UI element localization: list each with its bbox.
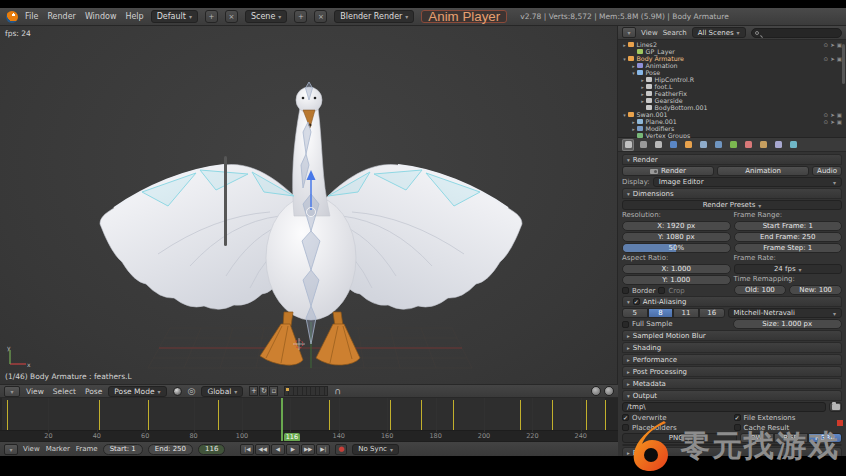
properties-tab-scene[interactable] (652, 139, 664, 151)
start-frame-field[interactable]: Start: 1 (103, 444, 143, 455)
outliner-item-modifiers[interactable]: ▸Modifiers (618, 125, 846, 132)
file-browser-button[interactable] (829, 402, 842, 412)
properties-tab-render-layers[interactable] (637, 139, 649, 151)
properties-tab-particles[interactable] (772, 139, 784, 151)
properties-tab-material[interactable] (742, 139, 754, 151)
keyframe-marker[interactable] (329, 400, 330, 430)
resolution-x-field[interactable]: X: 1920 px (622, 221, 731, 231)
timeline-dopesheet[interactable]: 116 20406080100120140160180200220240 (0, 398, 618, 442)
add-scene-button[interactable]: + (294, 10, 307, 23)
remove-layout-button[interactable]: × (225, 10, 238, 23)
aa-enabled-checkbox[interactable]: ✓ (633, 298, 640, 305)
outliner-search-menu[interactable]: Search (663, 29, 687, 37)
aa-filter-dropdown[interactable]: Mitchell-Netravali ▾ (728, 308, 843, 318)
outliner-view-menu[interactable]: View (641, 29, 658, 37)
panel-post-processing[interactable]: ▸Post Processing (622, 366, 842, 377)
properties-tab-world[interactable] (667, 139, 679, 151)
panel-metadata[interactable]: ▸Metadata (622, 378, 842, 389)
outliner-item-gearside[interactable]: ▸Gearside (618, 97, 846, 104)
jump-to-start-button[interactable]: |◀ (240, 444, 254, 455)
crop-checkbox[interactable]: Crop (658, 286, 684, 295)
swan-scene[interactable] (0, 26, 618, 384)
pivot-center-icon[interactable]: ◎ (188, 387, 196, 396)
render-presets-dropdown[interactable]: Render Presets ▾ (622, 200, 842, 210)
keyframe-marker[interactable] (605, 400, 606, 430)
prev-keyframe-button[interactable]: ◀◀ (255, 444, 269, 455)
outliner-editor-icon[interactable]: ▾ (622, 27, 636, 38)
snap-magnet-icon[interactable]: ∩ (334, 387, 341, 396)
eye-icon[interactable]: ⊙ (824, 56, 829, 62)
panel-sampled-motion-blur[interactable]: ▸Sampled Motion Blur (622, 330, 842, 341)
viewport-shading-icon[interactable] (173, 387, 182, 396)
remove-scene-button[interactable]: × (314, 10, 327, 23)
eye-icon[interactable]: ⊙ (824, 42, 829, 48)
menu-view[interactable]: View (26, 387, 44, 396)
playhead[interactable]: 116 (281, 398, 283, 442)
screen-layout-dropdown[interactable]: Default ▾ (151, 10, 198, 23)
outliner-item-pose[interactable]: ▾Pose (618, 69, 846, 76)
properties-tab-texture[interactable] (757, 139, 769, 151)
translate-manipulator-icon[interactable]: + (249, 386, 258, 396)
menu-marker[interactable]: Marker (46, 445, 70, 453)
panel-dimensions[interactable]: ▾ Dimensions (622, 188, 842, 199)
keyframe-marker[interactable] (586, 400, 587, 430)
audio-button[interactable]: Audio (812, 166, 842, 176)
outliner-item-bodybottom-001[interactable]: BodyBottom.001 (618, 104, 846, 111)
scale-manipulator-icon[interactable]: ▫ (269, 386, 278, 396)
aa-size-field[interactable]: Size: 1.000 px (733, 319, 843, 329)
menu-view[interactable]: View (23, 445, 40, 453)
end-frame-field[interactable]: End: 250 (148, 444, 193, 455)
panel-output[interactable]: ▾ Output (622, 390, 842, 401)
display-dropdown[interactable]: Image Editor ▾ (653, 177, 842, 187)
remap-old-field[interactable]: Old: 100 (734, 285, 787, 295)
sync-dropdown[interactable]: No Sync ▾ (352, 444, 399, 455)
layers-widget[interactable] (284, 386, 328, 396)
menu-window[interactable]: Window (85, 12, 117, 21)
play-button[interactable]: ▶ (286, 444, 300, 455)
keyframe-marker[interactable] (99, 400, 100, 430)
full-sample-checkbox[interactable]: Full Sample (622, 320, 730, 329)
aa-samples-16-button[interactable]: 16 (699, 308, 725, 318)
keyframe-marker[interactable] (218, 400, 219, 430)
properties-scrollbar[interactable] (224, 156, 227, 246)
mode-dropdown[interactable]: Pose Mode ▾ (108, 386, 166, 397)
outliner-search-input[interactable] (751, 28, 842, 38)
menu-render[interactable]: Render (47, 12, 75, 21)
play-reverse-button[interactable]: ◀ (271, 444, 285, 455)
fps-preset-dropdown[interactable]: 24 fps ▾ (734, 264, 843, 274)
properties-tab-render[interactable] (622, 139, 634, 151)
properties-tab-constraints[interactable] (697, 139, 709, 151)
keyframe-marker[interactable] (421, 400, 422, 430)
outliner-item-foot-l[interactable]: ▸foot.L (618, 83, 846, 90)
properties-tab-object[interactable] (682, 139, 694, 151)
end-frame-prop-field[interactable]: End Frame: 250 (734, 232, 843, 242)
menu-select[interactable]: Select (53, 387, 76, 396)
cursor-icon[interactable]: ➤ (830, 56, 835, 62)
next-keyframe-button[interactable]: ▶▶ (301, 444, 315, 455)
cursor-icon[interactable]: ➤ (830, 112, 835, 118)
keyframe-marker[interactable] (453, 400, 454, 430)
transform-orientation-dropdown[interactable]: Global ▾ (201, 386, 243, 397)
anim-player-button[interactable]: Anim Player (421, 10, 507, 23)
outliner-item-animation[interactable]: ▸Animation (618, 62, 846, 69)
frame-step-field[interactable]: Frame Step: 1 (734, 243, 843, 253)
resolution-percentage-slider[interactable]: 50% (622, 243, 731, 253)
outliner-item-lines2[interactable]: ▸Lines2⊙➤▣ (618, 41, 846, 48)
output-path-field[interactable]: /tmp\ (622, 402, 826, 412)
keyframe-marker[interactable] (552, 400, 553, 430)
outliner-item-featherfix[interactable]: ▸FeatherFix (618, 90, 846, 97)
eye-icon[interactable]: ⊙ (824, 119, 829, 125)
viewport-3d[interactable]: fps: 24 (0, 26, 618, 384)
camera-icon[interactable]: ▣ (837, 112, 842, 118)
outliner-item-swan-001[interactable]: ▾Swan.001⊙➤▣ (618, 111, 846, 118)
keyframe-marker[interactable] (390, 400, 391, 430)
aa-samples-11-button[interactable]: 11 (673, 308, 699, 318)
animation-button[interactable]: Animation (717, 166, 809, 176)
opengl-render-anim-icon[interactable] (604, 386, 614, 396)
cursor-icon[interactable]: ➤ (830, 42, 835, 48)
scene-dropdown[interactable]: Scene ▾ (245, 10, 287, 23)
border-checkbox[interactable]: Border (622, 286, 655, 295)
add-layout-button[interactable]: + (205, 10, 218, 23)
menu-help[interactable]: Help (125, 12, 143, 21)
opengl-render-icon[interactable] (591, 386, 601, 396)
